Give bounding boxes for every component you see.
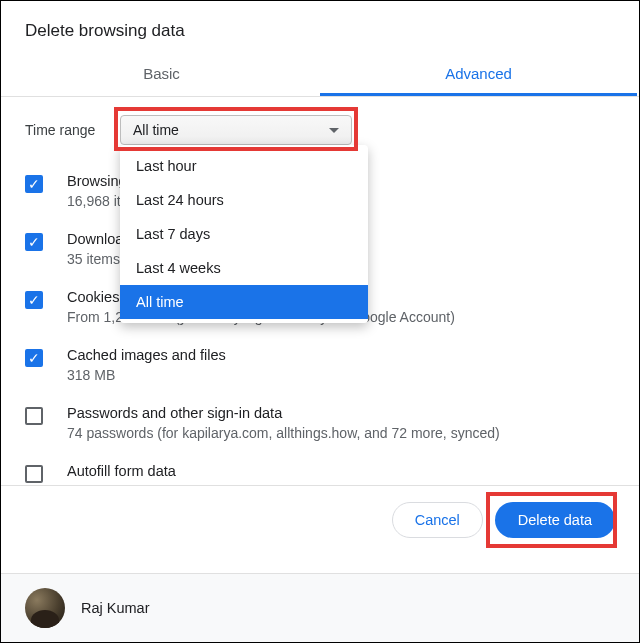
checkbox-cookies[interactable]: ✓ (25, 291, 43, 309)
avatar (25, 588, 65, 628)
dropdown-option-last-24-hours[interactable]: Last 24 hours (120, 183, 368, 217)
dropdown-option-last-7-days[interactable]: Last 7 days (120, 217, 368, 251)
item-label: Passwords and other sign-in data (67, 405, 500, 421)
time-range-select[interactable]: All time (120, 115, 352, 145)
item-text: Autofill form data (67, 463, 176, 483)
account-name: Raj Kumar (81, 600, 150, 616)
check-icon: ✓ (28, 293, 40, 307)
item-label: Cached images and files (67, 347, 226, 363)
tab-advanced[interactable]: Advanced (320, 53, 637, 96)
checkbox-passwords[interactable] (25, 407, 43, 425)
check-icon: ✓ (28, 235, 40, 249)
dropdown-option-last-4-weeks[interactable]: Last 4 weeks (120, 251, 368, 285)
time-range-value: All time (133, 122, 179, 138)
time-range-dropdown: Last hour Last 24 hours Last 7 days Last… (120, 145, 368, 323)
content-area: Time range All time Last hour Last 24 ho… (1, 97, 639, 485)
time-range-row: Time range All time Last hour Last 24 ho… (25, 115, 615, 145)
item-text: Passwords and other sign-in data 74 pass… (67, 405, 500, 441)
checkbox-download-history[interactable]: ✓ (25, 233, 43, 251)
item-passwords: Passwords and other sign-in data 74 pass… (25, 405, 615, 441)
tab-basic[interactable]: Basic (3, 53, 320, 96)
dropdown-option-all-time[interactable]: All time (120, 285, 368, 319)
check-icon: ✓ (28, 351, 40, 365)
time-range-select-wrap: All time Last hour Last 24 hours Last 7 … (120, 115, 352, 145)
primary-button-wrap: Delete data (495, 502, 615, 538)
item-cache: ✓ Cached images and files 318 MB (25, 347, 615, 383)
tabs: Basic Advanced (1, 53, 639, 97)
dialog-title: Delete browsing data (1, 1, 639, 53)
checkbox-cache[interactable]: ✓ (25, 349, 43, 367)
delete-data-button[interactable]: Delete data (495, 502, 615, 538)
item-desc: 318 MB (67, 367, 226, 383)
check-icon: ✓ (28, 177, 40, 191)
checkbox-browsing-history[interactable]: ✓ (25, 175, 43, 193)
footer: Cancel Delete data (1, 485, 639, 554)
account-row: Raj Kumar (1, 573, 639, 642)
chevron-down-icon (329, 128, 339, 133)
cancel-button[interactable]: Cancel (392, 502, 483, 538)
item-autofill: Autofill form data (25, 463, 615, 483)
time-range-label: Time range (25, 122, 120, 138)
checkbox-autofill[interactable] (25, 465, 43, 483)
item-desc: 74 passwords (for kapilarya.com, allthin… (67, 425, 500, 441)
dropdown-option-last-hour[interactable]: Last hour (120, 149, 368, 183)
item-label: Autofill form data (67, 463, 176, 479)
item-text: Cached images and files 318 MB (67, 347, 226, 383)
